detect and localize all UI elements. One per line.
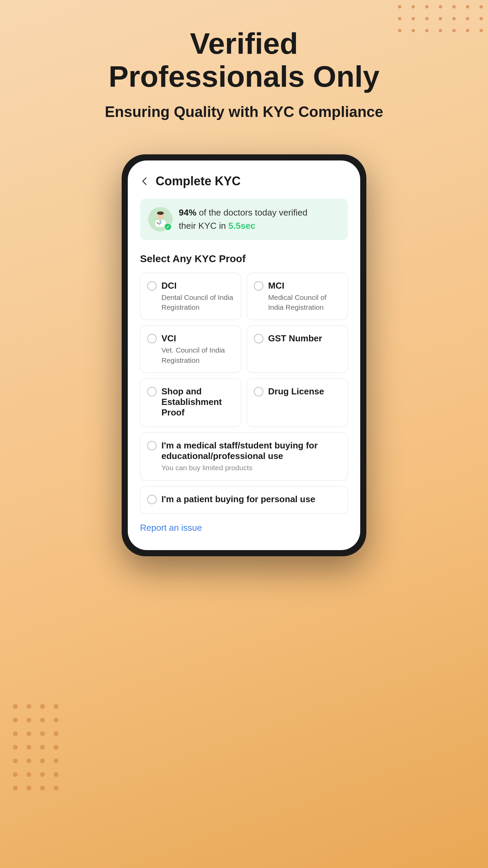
svg-point-42	[27, 772, 31, 777]
radio-shop[interactable]	[147, 387, 157, 396]
kyc-screen-title: Complete KYC	[156, 174, 241, 188]
option-patient[interactable]: I'm a patient buying for personal use	[140, 486, 348, 514]
svg-point-53	[157, 211, 164, 215]
options-grid: DCI Dental Council of India Registration…	[140, 273, 348, 427]
option-mci-name: MCI	[268, 280, 341, 291]
svg-point-25	[13, 718, 18, 722]
svg-point-17	[439, 29, 442, 32]
svg-point-39	[40, 759, 45, 763]
svg-point-1	[412, 5, 415, 8]
option-gst[interactable]: GST Number	[247, 325, 348, 373]
option-vci[interactable]: VCI Vet. Council of India Registration	[140, 325, 241, 373]
svg-point-34	[27, 745, 31, 750]
decorative-dots-top-right	[386, 0, 488, 41]
svg-point-10	[439, 17, 442, 20]
report-issue-link[interactable]: Report an issue	[140, 523, 202, 533]
option-vci-name: VCI	[161, 333, 234, 344]
svg-point-46	[27, 786, 31, 790]
phone-mockup: Complete KYC	[122, 154, 366, 556]
option-dci-name: DCI	[161, 280, 234, 291]
svg-point-45	[13, 786, 18, 790]
option-shop-name: Shop and Establishment Proof	[161, 386, 234, 418]
phone-container: Complete KYC	[0, 141, 488, 556]
svg-point-16	[425, 29, 429, 32]
svg-point-23	[40, 704, 45, 709]
svg-point-18	[452, 29, 456, 32]
section-title: Select Any KYC Proof	[140, 253, 348, 265]
option-medical-staff-text: I'm a medical staff/student buying for e…	[161, 440, 341, 473]
svg-point-27	[40, 718, 45, 722]
option-gst-name: GST Number	[268, 333, 322, 344]
stats-percent: 94%	[179, 207, 196, 218]
option-medical-staff[interactable]: I'm a medical staff/student buying for e…	[140, 432, 348, 480]
svg-point-6	[480, 5, 483, 8]
svg-point-7	[398, 17, 401, 20]
option-mci-text: MCI Medical Council of India Registratio…	[268, 280, 341, 312]
svg-point-2	[425, 5, 429, 8]
subtitle: Ensuring Quality with KYC Compliance	[0, 103, 488, 120]
radio-medical-staff[interactable]	[147, 441, 157, 450]
option-dci-desc: Dental Council of India Registration	[161, 292, 234, 312]
svg-point-41	[13, 772, 18, 777]
check-badge: ✓	[164, 223, 172, 231]
option-mci-desc: Medical Council of India Registration	[268, 292, 341, 312]
svg-point-29	[13, 731, 18, 736]
radio-vci[interactable]	[147, 334, 157, 343]
svg-point-28	[54, 718, 58, 722]
svg-point-22	[27, 704, 31, 709]
option-dci-text: DCI Dental Council of India Registration	[161, 280, 234, 312]
radio-drug[interactable]	[254, 387, 263, 396]
option-medical-staff-name: I'm a medical staff/student buying for e…	[161, 440, 341, 461]
stats-time: 5.5sec	[228, 221, 256, 231]
option-vci-desc: Vet. Council of India Registration	[161, 345, 234, 365]
svg-point-15	[412, 29, 415, 32]
svg-point-44	[54, 772, 58, 777]
option-gst-text: GST Number	[268, 333, 322, 345]
svg-point-19	[466, 29, 469, 32]
svg-point-11	[452, 17, 456, 20]
option-patient-name: I'm a patient buying for personal use	[161, 494, 315, 505]
radio-dci[interactable]	[147, 281, 157, 291]
svg-point-43	[40, 772, 45, 777]
svg-point-30	[27, 731, 31, 736]
svg-point-12	[466, 17, 469, 20]
svg-point-14	[398, 29, 401, 32]
svg-point-26	[27, 718, 31, 722]
option-drug-name: Drug License	[268, 386, 324, 397]
option-mci[interactable]: MCI Medical Council of India Registratio…	[247, 273, 348, 320]
radio-gst[interactable]	[254, 334, 263, 343]
svg-point-38	[27, 759, 31, 763]
svg-point-21	[13, 704, 18, 709]
svg-point-0	[398, 5, 401, 8]
stats-banner: ✓ 94% of the doctors today verifiedtheir…	[140, 199, 348, 240]
svg-point-31	[40, 731, 45, 736]
option-dci[interactable]: DCI Dental Council of India Registration	[140, 273, 241, 320]
svg-point-13	[480, 17, 483, 20]
svg-rect-52	[159, 220, 161, 224]
kyc-header: Complete KYC	[140, 174, 348, 188]
option-shop[interactable]: Shop and Establishment Proof	[140, 378, 241, 427]
option-drug-text: Drug License	[268, 386, 324, 398]
option-shop-text: Shop and Establishment Proof	[161, 386, 234, 419]
stats-text: 94% of the doctors today verifiedtheir K…	[179, 206, 308, 233]
phone-screen: Complete KYC	[128, 160, 360, 550]
svg-point-33	[13, 745, 18, 750]
svg-point-4	[452, 5, 456, 8]
svg-point-9	[425, 17, 429, 20]
option-drug[interactable]: Drug License	[247, 378, 348, 427]
svg-point-35	[40, 745, 45, 750]
svg-point-24	[54, 704, 58, 709]
svg-point-5	[466, 5, 469, 8]
svg-point-3	[439, 5, 442, 8]
back-button[interactable]	[140, 176, 150, 186]
option-medical-staff-desc: You can buy limited products	[161, 463, 341, 473]
svg-point-40	[54, 759, 58, 763]
radio-mci[interactable]	[254, 281, 263, 291]
radio-patient[interactable]	[147, 495, 157, 504]
doctor-avatar: ✓	[148, 207, 173, 232]
decorative-dots-bottom-left	[7, 698, 68, 800]
svg-point-37	[13, 759, 18, 763]
option-vci-text: VCI Vet. Council of India Registration	[161, 333, 234, 365]
option-patient-text: I'm a patient buying for personal use	[161, 494, 315, 506]
svg-point-48	[54, 786, 58, 790]
